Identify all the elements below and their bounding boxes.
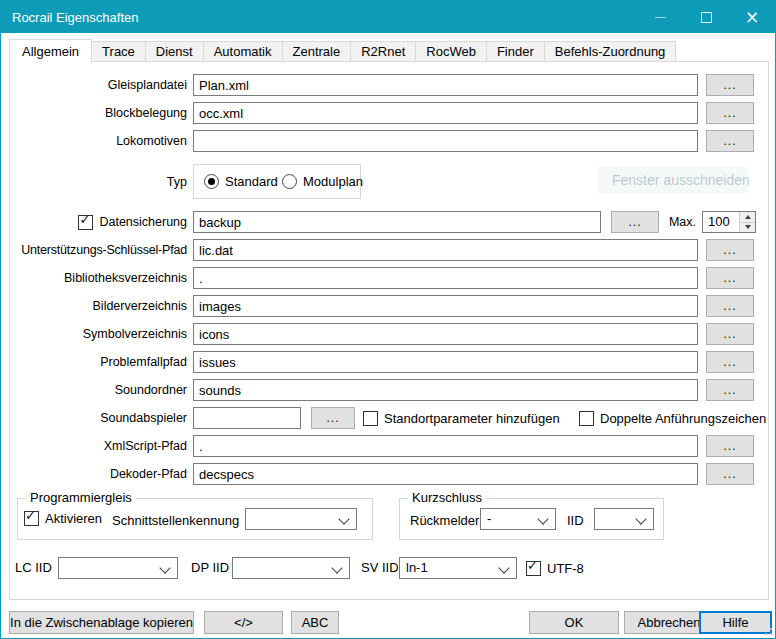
gleisplandatei-browse-button[interactable]: ... (706, 74, 754, 96)
backup-input[interactable] (193, 211, 601, 233)
abc-button[interactable]: ABC (291, 611, 339, 634)
typ-label: Typ (7, 171, 187, 193)
soundordner-input[interactable] (193, 379, 698, 401)
spin-down-icon (745, 225, 751, 229)
programmiergleis-title: Programmiergleis (26, 490, 136, 506)
rocrail-properties-dialog: Rocrail Eigenschaften × Allgemein Trace … (0, 0, 776, 639)
symbolverzeichnis-browse-button[interactable]: ... (706, 323, 754, 345)
bilderverzeichnis-input[interactable] (193, 295, 698, 317)
bilderverzeichnis-label: Bilderverzeichnis (7, 295, 187, 317)
max-value[interactable]: 100 (703, 212, 739, 232)
datensicherung-checkbox-icon[interactable]: ✓ (78, 215, 93, 230)
dp-iid-combo[interactable] (232, 557, 350, 579)
lc-iid-combo[interactable] (58, 557, 178, 579)
close-icon: × (745, 9, 759, 26)
chevron-down-icon (159, 562, 170, 573)
tab-trace[interactable]: Trace (92, 41, 146, 62)
soundordner-browse-button[interactable]: ... (706, 379, 754, 401)
problemfallpfad-browse-button[interactable]: ... (706, 351, 754, 373)
snip-tooltip-ghost: Fenster ausschneiden (598, 167, 748, 193)
tab-automatik[interactable]: Automatik (204, 41, 283, 62)
symbolverzeichnis-input[interactable] (193, 323, 698, 345)
blockbelegung-browse-button[interactable]: ... (706, 102, 754, 124)
tab-allgemein[interactable]: Allgemein (9, 39, 92, 63)
rueckmelder-combo[interactable]: - (480, 508, 556, 530)
blockbelegung-input[interactable] (193, 102, 698, 124)
chevron-down-icon (498, 562, 509, 573)
ok-button[interactable]: OK (529, 611, 619, 634)
doppelte-anfuehrungszeichen-label: Doppelte Anführungszeichen (600, 411, 766, 426)
unterstuetzungs-schluessel-pfad-label: Unterstützungs-Schlüssel-Pfad (7, 239, 187, 261)
dekoder-pfad-label: Dekoder-Pfad (7, 463, 187, 485)
max-label: Max. (641, 211, 696, 233)
radio-modulplan[interactable]: Modulplan (282, 174, 363, 189)
code-button[interactable]: </> (204, 611, 283, 634)
minimize-button[interactable] (637, 1, 683, 33)
tab-rocweb[interactable]: RocWeb (416, 41, 487, 62)
tab-zentrale[interactable]: Zentrale (283, 41, 352, 62)
tab-befehls-zuordnung[interactable]: Befehls-Zuordnung (545, 41, 677, 62)
problemfallpfad-input[interactable] (193, 351, 698, 373)
spin-down-button[interactable] (740, 222, 755, 233)
lokomotiven-label: Lokomotiven (7, 130, 187, 152)
dekoder-pfad-input[interactable] (193, 463, 698, 485)
gleisplandatei-input[interactable] (193, 74, 698, 96)
sv-iid-combo[interactable]: ln-1 (399, 557, 517, 579)
utf8-checkbox-icon[interactable]: ✓ (526, 561, 541, 576)
tab-r2rnet[interactable]: R2Rnet (351, 41, 416, 62)
doppelte-anfuehrungszeichen-checkbox[interactable]: Doppelte Anführungszeichen (579, 407, 766, 429)
minimize-icon (655, 17, 666, 18)
radio-standard-icon[interactable] (204, 174, 219, 189)
schnittstellenkennung-label: Schnittstellenkennung (112, 513, 239, 528)
datensicherung-label: Datensicherung (99, 215, 187, 229)
aktivieren-checkbox-icon[interactable]: ✓ (24, 511, 39, 526)
radio-modulplan-icon[interactable] (282, 174, 297, 189)
xmlscript-pfad-label: XmlScript-Pfad (7, 435, 187, 457)
blockbelegung-label: Blockbelegung (7, 102, 187, 124)
unterstuetzungs-schluessel-pfad-input[interactable] (193, 239, 698, 261)
snip-tooltip-label: Fenster ausschneiden (612, 172, 750, 188)
tab-strip: Allgemein Trace Dienst Automatik Zentral… (9, 37, 676, 62)
standortparameter-checkbox[interactable]: Standortparameter hinzufügen (363, 407, 560, 429)
tab-finder[interactable]: Finder (487, 41, 545, 62)
dekoder-pfad-browse-button[interactable]: ... (706, 463, 754, 485)
xmlscript-pfad-input[interactable] (193, 435, 698, 457)
maximize-icon (701, 12, 712, 23)
standortparameter-label: Standortparameter hinzufügen (384, 411, 560, 426)
datensicherung-checkbox[interactable]: ✓ Datensicherung (7, 211, 187, 233)
bibliotheksverzeichnis-label: Bibliotheksverzeichnis (7, 267, 187, 289)
radio-standard[interactable]: Standard (204, 174, 278, 189)
bilderverzeichnis-browse-button[interactable]: ... (706, 295, 754, 317)
rueckmelder-value: - (487, 511, 491, 526)
max-spinner[interactable]: 100 (702, 211, 756, 233)
unterstuetzungs-schluessel-pfad-browse-button[interactable]: ... (706, 239, 754, 261)
radio-standard-label: Standard (225, 174, 278, 189)
lokomotiven-browse-button[interactable]: ... (706, 130, 754, 152)
xmlscript-pfad-browse-button[interactable]: ... (706, 435, 754, 457)
close-button[interactable]: × (729, 1, 775, 33)
soundabspieler-input[interactable] (193, 407, 301, 429)
soundabspieler-browse-button[interactable]: ... (311, 407, 355, 429)
bibliotheksverzeichnis-browse-button[interactable]: ... (706, 267, 754, 289)
utf8-checkbox[interactable]: ✓ UTF-8 (526, 557, 584, 579)
lc-iid-label: LC IID (15, 560, 52, 575)
rueckmelder-label: Rückmelder (410, 513, 479, 528)
dp-iid-label: DP IID (191, 560, 229, 575)
doppelte-anfuehrungszeichen-checkbox-icon[interactable] (579, 411, 594, 426)
problemfallpfad-label: Problemfallpfad (7, 351, 187, 373)
schnittstellenkennung-combo[interactable] (245, 508, 357, 530)
standortparameter-checkbox-icon[interactable] (363, 411, 378, 426)
spin-up-icon (745, 215, 751, 219)
bibliotheksverzeichnis-input[interactable] (193, 267, 698, 289)
titlebar: Rocrail Eigenschaften × (1, 1, 775, 33)
copy-to-clipboard-button[interactable]: In die Zwischenablage kopieren (9, 611, 194, 634)
maximize-button[interactable] (683, 1, 729, 33)
spin-up-button[interactable] (740, 212, 755, 222)
kurzschluss-groupbox: Kurzschluss Rückmelder - IID (399, 498, 664, 540)
kurzschluss-iid-combo[interactable] (594, 508, 654, 530)
aktivieren-checkbox[interactable]: ✓ Aktivieren (24, 511, 102, 526)
lokomotiven-input[interactable] (193, 130, 698, 152)
window-title: Rocrail Eigenschaften (1, 10, 637, 25)
resize-grip-icon[interactable] (760, 623, 772, 635)
tab-dienst[interactable]: Dienst (146, 41, 204, 62)
